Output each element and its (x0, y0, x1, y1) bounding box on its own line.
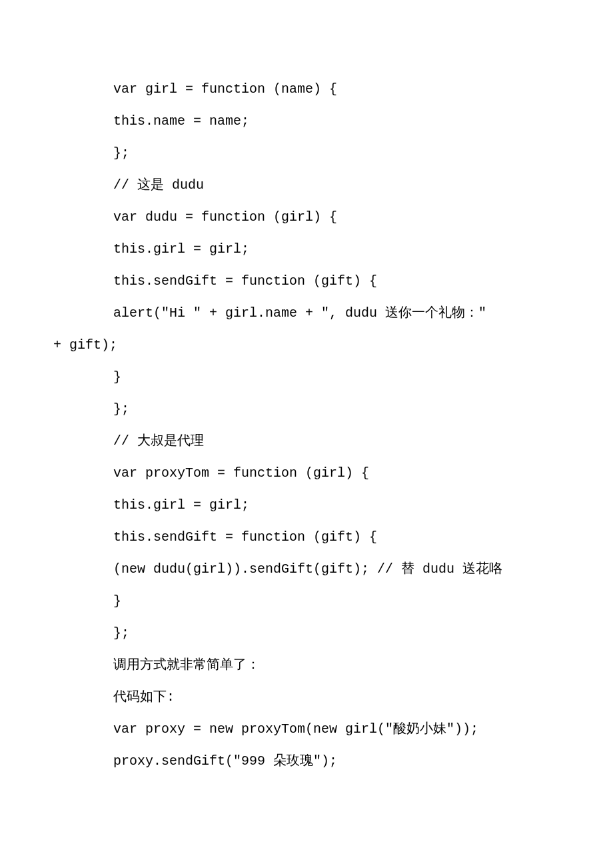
code-line: // 这是 dudu (53, 169, 560, 201)
code-line: 代码如下: (53, 681, 560, 713)
code-line: this.sendGift = function (gift) { (53, 521, 560, 553)
code-line: }; (53, 137, 560, 169)
code-line: + gift); (53, 329, 560, 361)
code-line: // 大叔是代理 (53, 425, 560, 457)
code-line: }; (53, 393, 560, 425)
code-line: alert("Hi " + girl.name + ", dudu 送你一个礼物… (53, 297, 560, 329)
code-line: this.name = name; (53, 105, 560, 137)
code-line: } (53, 361, 560, 393)
code-line: var girl = function (name) { (53, 73, 560, 105)
code-block: var girl = function (name) { this.name =… (0, 0, 613, 831)
code-line: }; (53, 617, 560, 649)
document-page: var girl = function (name) { this.name =… (0, 0, 613, 868)
code-line: } (53, 585, 560, 617)
code-line: 调用方式就非常简单了： (53, 649, 560, 681)
code-line: proxy.sendGift("999 朵玫瑰"); (53, 745, 560, 777)
code-line: this.girl = girl; (53, 233, 560, 265)
code-line: this.sendGift = function (gift) { (53, 265, 560, 297)
code-line: var proxyTom = function (girl) { (53, 457, 560, 489)
code-line: var dudu = function (girl) { (53, 201, 560, 233)
code-line: var proxy = new proxyTom(new girl("酸奶小妹"… (53, 713, 560, 745)
code-line: (new dudu(girl)).sendGift(gift); // 替 du… (53, 553, 560, 585)
code-line: this.girl = girl; (53, 489, 560, 521)
